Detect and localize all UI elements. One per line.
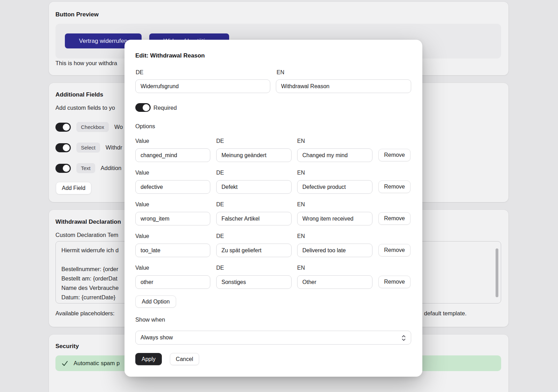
option-de-input[interactable] [216, 148, 292, 162]
apply-button[interactable]: Apply [135, 353, 162, 365]
en-label: EN [297, 138, 305, 144]
field-type-badge: Select [76, 143, 100, 153]
name-de-input[interactable] [135, 79, 270, 93]
en-label: EN [297, 170, 305, 176]
show-when-select[interactable]: Always show [135, 331, 411, 345]
en-label: EN [297, 233, 305, 239]
option-de-input[interactable] [216, 244, 292, 257]
value-label: Value [135, 138, 149, 144]
modal-title: Edit: Withdrawal Reason [135, 52, 205, 59]
option-en-input[interactable] [297, 244, 372, 257]
de-label: DE [216, 233, 224, 239]
option-value-input[interactable] [135, 148, 210, 162]
field-row-select: Select Withdr [55, 143, 122, 153]
de-label: DE [216, 265, 224, 271]
check-icon [61, 360, 68, 367]
template-field-label: Custom Declaration Tem [55, 232, 118, 238]
options-heading: Options [135, 123, 155, 130]
settings-page: Button Preview Vertrag widerrufen Widerr… [0, 0, 558, 392]
preview-caption: This is how your withdra [55, 60, 117, 67]
cancel-button[interactable]: Cancel [170, 353, 199, 365]
remove-option-button[interactable]: Remove [378, 180, 410, 193]
add-field-button[interactable]: Add Field [56, 182, 91, 194]
name-en-input[interactable] [276, 79, 411, 93]
option-en-input[interactable] [297, 212, 372, 225]
field-type-badge: Checkbox [76, 122, 109, 132]
option-value-input[interactable] [135, 212, 210, 225]
option-value-input[interactable] [135, 244, 210, 257]
option-value-input[interactable] [135, 180, 210, 194]
option-en-input[interactable] [297, 275, 372, 289]
field-row-text: Text Addition [55, 163, 121, 173]
placeholders-hint-fragment: e default template. [419, 310, 467, 317]
card-title: Withdrawal Declaration [55, 218, 121, 225]
card-subtitle: Add custom fields to yo [55, 105, 115, 111]
field-row-checkbox: Checkbox Wo [55, 122, 123, 132]
toggle-knob [63, 124, 70, 131]
placeholders-label: Available placeholders: [55, 310, 114, 317]
option-en-input[interactable] [297, 148, 372, 162]
en-label: EN [297, 201, 305, 208]
remove-option-button[interactable]: Remove [378, 276, 410, 288]
card-title: Additional Fields [55, 91, 103, 98]
field-name: Addition [101, 165, 122, 171]
remove-option-button[interactable]: Remove [378, 149, 410, 161]
remove-option-button[interactable]: Remove [378, 244, 410, 256]
select-field-toggle[interactable] [55, 143, 71, 152]
value-label: Value [135, 201, 149, 208]
required-toggle[interactable] [135, 103, 151, 112]
toggle-knob [143, 104, 150, 111]
de-label: DE [216, 201, 224, 208]
textarea-scrollbar[interactable] [496, 248, 498, 297]
toggle-knob [63, 144, 70, 151]
chevron-up-down-icon [401, 335, 406, 341]
remove-option-button[interactable]: Remove [378, 212, 410, 225]
value-label: Value [135, 265, 149, 271]
add-option-button[interactable]: Add Option [135, 295, 176, 308]
card-title: Security [55, 343, 79, 350]
en-label: EN [277, 69, 284, 76]
card-title: Button Preview [55, 11, 99, 18]
show-when-value: Always show [141, 335, 173, 341]
option-de-input[interactable] [216, 275, 292, 289]
option-de-input[interactable] [216, 180, 292, 194]
show-when-label: Show when [135, 316, 165, 323]
toggle-knob [63, 165, 70, 172]
option-en-input[interactable] [297, 180, 372, 194]
de-label: DE [216, 170, 224, 176]
de-label: DE [216, 138, 224, 144]
edit-withdrawal-reason-modal: Edit: Withdrawal Reason DE EN Required O… [125, 40, 422, 377]
de-label: DE [136, 69, 143, 76]
value-label: Value [135, 233, 149, 239]
field-name: Withdr [106, 144, 122, 151]
status-text: Automatic spam p [74, 360, 120, 367]
checkbox-field-toggle[interactable] [55, 123, 71, 132]
required-label: Required [153, 105, 177, 111]
value-label: Value [135, 170, 149, 176]
field-type-badge: Text [76, 163, 95, 173]
field-name: Wo [114, 124, 123, 130]
option-de-input[interactable] [216, 212, 292, 225]
text-field-toggle[interactable] [55, 164, 71, 173]
option-value-input[interactable] [135, 275, 210, 289]
en-label: EN [297, 265, 305, 271]
